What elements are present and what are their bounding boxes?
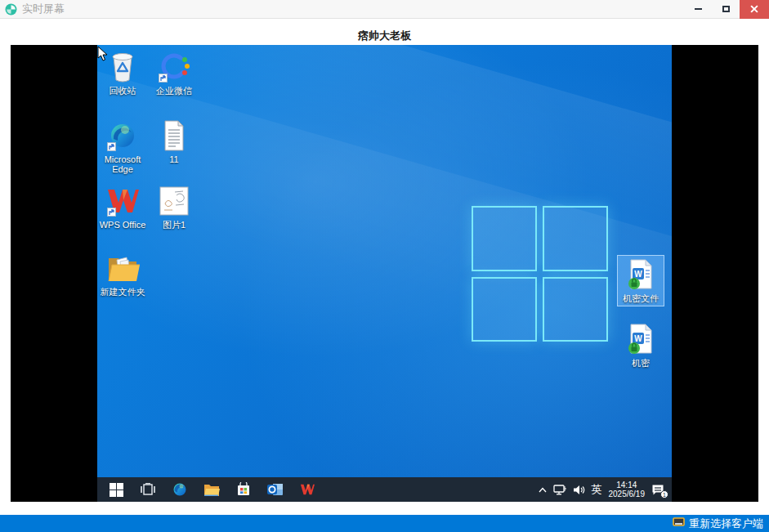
close-button[interactable] [740,0,769,19]
desktop-icon-new-folder[interactable]: 新建文件夹 [99,249,146,299]
folder-icon [105,251,140,285]
icon-label: 企业微信 [156,86,192,96]
wechat-work-icon [157,50,191,84]
tray-chevron-up-icon[interactable] [539,487,547,493]
edge-icon [172,481,188,498]
minimize-button[interactable] [684,0,712,19]
wps-icon [105,184,140,218]
taskbar: 英 14:14 2025/6/19 1 [97,477,672,502]
minimize-icon [695,8,702,10]
client-name-strip: 痞帅大老板 [0,20,769,45]
outlook-icon [267,482,284,497]
icon-label: 图片1 [163,220,186,230]
file-explorer-button[interactable] [203,481,221,498]
titlebar: 实时屏幕 [0,0,769,19]
ime-indicator[interactable]: 英 [592,482,602,497]
file-explorer-icon [203,483,220,497]
footer-bar: 重新选择客户端 [0,515,769,532]
icon-label: 机密文件 [623,293,659,303]
taskbar-wps-button[interactable] [298,481,316,498]
icon-label: Microsoft Edge [99,154,146,174]
live-screen-window: 实时屏幕 痞帅大老板 [0,0,769,532]
desktop-icon-microsoft-edge[interactable]: Microsoft Edge [99,117,146,177]
recycle-bin-icon [105,50,140,84]
clock-date: 2025/6/19 [609,490,646,498]
svg-text:W: W [634,270,642,279]
client-name: 痞帅大老板 [358,29,411,45]
desktop-icon-secure[interactable]: W 机密 [617,320,664,370]
icon-label: 新建文件夹 [101,287,145,297]
microsoft-store-icon [236,482,251,497]
text-document-icon [157,118,191,153]
reselect-client-label: 重新选择客户端 [689,516,763,531]
remote-desktop[interactable]: 回收站 企业微信 [97,45,672,502]
icon-label: 回收站 [110,86,136,96]
microsoft-store-button[interactable] [235,481,253,498]
desktop-icon-secure-file[interactable]: W 机密文件 [617,255,664,306]
windows-start-icon [110,483,123,497]
network-icon[interactable] [553,485,566,495]
windows-wallpaper-logo [472,206,608,342]
taskbar-edge-button[interactable] [171,481,189,498]
task-view-icon [141,483,155,496]
maximize-button[interactable] [712,0,740,19]
word-document-lock-icon: W [624,257,658,292]
volume-icon[interactable] [573,485,585,495]
icon-label: WPS Office [100,220,146,230]
client-monitor-icon [673,516,685,531]
maximize-icon [722,6,730,12]
reselect-client-button[interactable]: 重新选择客户端 [673,516,769,531]
clock[interactable]: 14:14 2025/6/19 [609,481,646,498]
edge-icon [105,118,140,153]
desktop-icon-text-document-11[interactable]: 11 [150,117,198,167]
icon-label: 机密 [632,358,650,368]
shortcut-arrow-icon [107,142,116,151]
svg-text:W: W [634,334,642,343]
picture-thumbnail-icon [157,184,191,218]
word-document-lock-icon: W [624,322,658,356]
app-logo-icon [5,3,17,16]
shortcut-arrow-icon [159,74,168,83]
notification-message-icon[interactable]: 1 [651,484,665,496]
remote-screen-view[interactable]: 回收站 企业微信 [11,45,758,502]
wps-icon [299,482,315,497]
clock-time: 14:14 [609,481,646,490]
outlook-button[interactable] [266,481,284,498]
icon-label: 11 [169,154,178,164]
window-title: 实时屏幕 [22,2,65,16]
mouse-cursor-icon [97,46,108,65]
desktop-icon-picture-1[interactable]: 图片1 [150,182,198,232]
start-button[interactable] [107,481,125,498]
task-view-button[interactable] [139,481,157,498]
shortcut-arrow-icon [107,208,116,217]
notification-badge: 1 [660,490,668,498]
desktop-icon-wps-office[interactable]: WPS Office [99,182,146,232]
desktop-icon-wechat-work[interactable]: 企业微信 [150,48,198,98]
